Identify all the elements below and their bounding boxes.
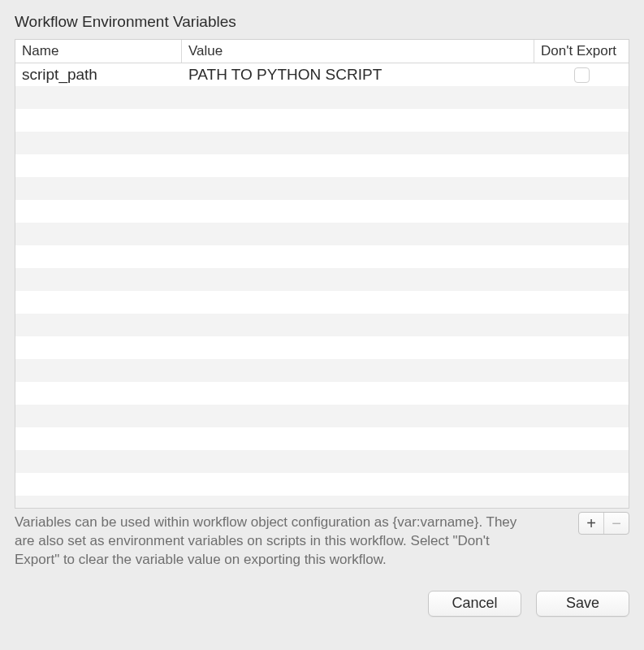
add-button[interactable]: + (579, 513, 603, 534)
table-header: Name Value Don't Export (15, 40, 629, 63)
footer-buttons: Cancel Save (15, 591, 629, 617)
table-row-empty (15, 473, 629, 496)
minus-icon: − (612, 514, 621, 533)
table-row-empty (15, 132, 629, 154)
table-row-empty (15, 496, 629, 508)
table-row-empty (15, 154, 629, 177)
remove-button[interactable]: − (604, 513, 629, 534)
cell-name[interactable]: script_path (15, 66, 182, 84)
table-row-empty (15, 450, 629, 473)
table-row-empty (15, 109, 629, 132)
cell-dont-export (534, 67, 629, 83)
table-row-empty (15, 291, 629, 314)
env-variables-table: Name Value Don't Export script_pathPATH … (15, 39, 629, 509)
save-button[interactable]: Save (536, 591, 629, 617)
table-row-empty (15, 336, 629, 359)
table-row-empty (15, 405, 629, 427)
table-row-empty (15, 200, 629, 223)
table-row[interactable]: script_pathPATH TO PYTHON SCRIPT (15, 63, 629, 86)
table-row-empty (15, 245, 629, 268)
dont-export-checkbox[interactable] (574, 67, 590, 83)
plus-icon: + (586, 514, 596, 533)
column-header-dont-export[interactable]: Don't Export (534, 40, 629, 63)
cell-value[interactable]: PATH TO PYTHON SCRIPT (182, 66, 534, 84)
table-row-empty (15, 427, 629, 450)
table-row-empty (15, 86, 629, 109)
add-remove-group: + − (578, 512, 629, 535)
table-row-empty (15, 268, 629, 291)
table-row-empty (15, 359, 629, 382)
column-header-value[interactable]: Value (182, 40, 534, 63)
column-header-name[interactable]: Name (15, 40, 182, 63)
table-row-empty (15, 382, 629, 405)
table-row-empty (15, 314, 629, 336)
table-row-empty (15, 223, 629, 245)
section-title: Workflow Environment Variables (15, 13, 629, 31)
cancel-button[interactable]: Cancel (428, 591, 521, 617)
table-row-empty (15, 177, 629, 200)
help-text: Variables can be used within workflow ob… (15, 512, 534, 570)
table-body: script_pathPATH TO PYTHON SCRIPT (15, 63, 629, 508)
